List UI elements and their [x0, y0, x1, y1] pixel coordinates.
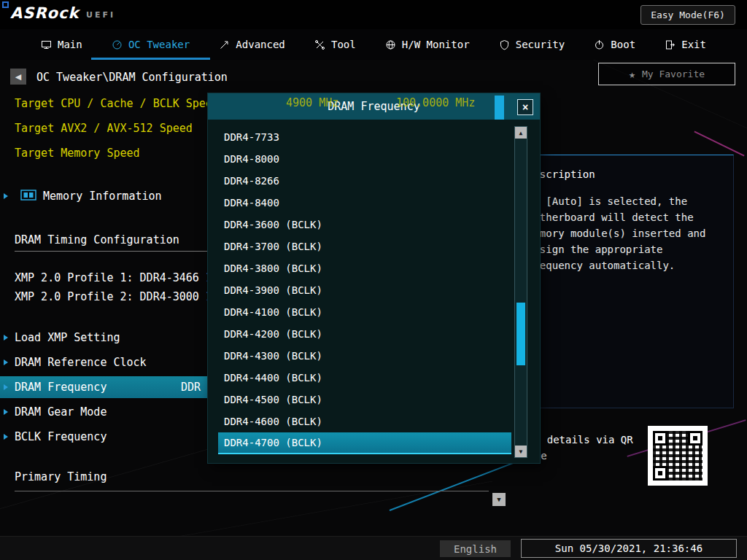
- target-memory-speed-row: Target Memory Speed: [15, 147, 140, 160]
- dialog-scrollbar-thumb[interactable]: [516, 303, 525, 365]
- dropdown-option[interactable]: DDR4-4500 (BCLK): [218, 389, 511, 411]
- dropdown-option-selected[interactable]: DDR4-4700 (BCLK): [218, 432, 511, 454]
- setting-bclk-frequency[interactable]: BCLK Frequency: [0, 426, 208, 448]
- datetime-display: Sun 05/30/2021, 21:36:46: [521, 539, 737, 558]
- item-marker-icon: [4, 384, 8, 390]
- setting-label: Load XMP Setting: [15, 331, 120, 344]
- memory-information-item[interactable]: Memory Information: [20, 188, 162, 204]
- qr-finder-icon: [653, 431, 667, 446]
- my-favorite-label: My Favorite: [642, 69, 705, 79]
- setting-dram-gear-mode[interactable]: DRAM Gear Mode: [0, 401, 208, 423]
- tab-exit[interactable]: Exit: [662, 29, 709, 60]
- tab-label: Main: [58, 39, 82, 50]
- target-avx-speed-row: Target AVX2 / AVX-512 Speed: [15, 122, 193, 135]
- scroll-up-button[interactable]: ▲: [515, 127, 527, 139]
- dropdown-option-list: DDR4-7733 DDR4-8000 DDR4-8266 DDR4-8400 …: [218, 126, 511, 454]
- dropdown-option[interactable]: DDR4-4600 (BCLK): [218, 411, 511, 432]
- dropdown-option[interactable]: DDR4-3700 (BCLK): [218, 236, 511, 257]
- back-button[interactable]: ◀: [10, 69, 26, 85]
- my-favorite-button[interactable]: ★ My Favorite: [598, 63, 735, 85]
- setting-dram-frequency[interactable]: DRAM Frequency DDR: [0, 376, 208, 398]
- titlebar: ASRock UEFI Easy Mode(F6): [0, 0, 747, 29]
- item-marker-icon: [4, 335, 8, 341]
- description-panel: Description If [Auto] is selected, the m…: [519, 155, 734, 408]
- tab-hw-monitor[interactable]: H/W Monitor: [382, 29, 473, 60]
- hw-monitor-icon: [385, 39, 396, 50]
- dropdown-option[interactable]: DDR4-3800 (BCLK): [218, 257, 511, 279]
- tab-label: Advanced: [236, 39, 285, 50]
- dropdown-option[interactable]: DDR4-3900 (BCLK): [218, 279, 511, 301]
- tab-tool[interactable]: Tool: [311, 29, 359, 60]
- item-marker-icon: [4, 193, 8, 199]
- settings-list: Load XMP Setting DRAM Reference Clock DR…: [0, 327, 208, 451]
- tab-boot[interactable]: Boot: [591, 29, 638, 60]
- advanced-icon: [219, 39, 230, 50]
- dialog-titlebar: DRAM Frequency ×: [208, 93, 540, 120]
- boot-icon: [594, 39, 605, 50]
- description-body: If [Auto] is selected, the motherboard w…: [527, 193, 724, 273]
- dropdown-option[interactable]: DDR4-4300 (BCLK): [218, 345, 511, 367]
- section-divider: [15, 491, 489, 491]
- dropdown-option[interactable]: DDR4-4200 (BCLK): [218, 323, 511, 345]
- star-icon: ★: [629, 68, 635, 81]
- tab-label: Exit: [681, 39, 706, 50]
- setting-label: DRAM Gear Mode: [15, 405, 107, 419]
- breadcrumb: OC Tweaker\DRAM Configuration: [36, 71, 228, 84]
- dram-frequency-value: DDR: [181, 381, 201, 394]
- uefi-logo-label: UEFI: [86, 10, 115, 20]
- memory-information-label: Memory Information: [43, 190, 162, 203]
- language-button[interactable]: English: [440, 540, 511, 557]
- close-icon[interactable]: ×: [517, 99, 533, 115]
- qr-pattern: [653, 431, 703, 481]
- setting-label: DRAM Frequency: [15, 381, 107, 394]
- bios-screen: ASRock UEFI Easy Mode(F6) Main OC Tweake…: [0, 0, 747, 560]
- item-marker-icon: [4, 409, 8, 415]
- tool-icon: [314, 39, 325, 50]
- setting-label: DRAM Reference Clock: [15, 356, 147, 369]
- tab-main[interactable]: Main: [38, 29, 85, 60]
- tab-label: Security: [516, 39, 565, 50]
- item-marker-icon: [4, 434, 8, 440]
- setting-label: BCLK Frequency: [15, 430, 107, 443]
- tab-label: Boot: [611, 39, 635, 50]
- easy-mode-button[interactable]: Easy Mode(F6): [640, 5, 735, 25]
- tab-label: H/W Monitor: [402, 39, 470, 50]
- dropdown-option[interactable]: DDR4-7733: [218, 126, 511, 148]
- dram-timing-header: DRAM Timing Configuration: [15, 233, 179, 246]
- setting-load-xmp[interactable]: Load XMP Setting: [0, 327, 208, 349]
- exit-icon: [665, 39, 676, 50]
- status-bar: English Sun 05/30/2021, 21:36:46: [0, 536, 747, 560]
- oc-tweaker-icon: [112, 39, 123, 50]
- tab-advanced[interactable]: Advanced: [216, 29, 287, 60]
- setting-dram-reference-clock[interactable]: DRAM Reference Clock: [0, 351, 208, 373]
- tab-oc-tweaker[interactable]: OC Tweaker: [109, 29, 193, 60]
- memory-info-icon: [20, 190, 36, 203]
- circuit-accent-line: [694, 131, 744, 156]
- item-marker-icon: [4, 359, 8, 365]
- qr-finder-icon: [688, 431, 703, 446]
- dropdown-option[interactable]: DDR4-8400: [218, 192, 511, 214]
- scroll-down-button[interactable]: ▼: [515, 446, 527, 457]
- target-cpu-speed-row: Target CPU / Cache / BCLK Speed: [15, 97, 219, 110]
- tab-label: OC Tweaker: [128, 39, 190, 50]
- dialog-scrollbar[interactable]: ▲ ▼: [514, 126, 527, 458]
- target-bclk-value: 100.0000 MHz: [396, 96, 475, 109]
- main-scrollbar-down-button[interactable]: ▼: [492, 493, 506, 506]
- dropdown-option[interactable]: DDR4-4100 (BCLK): [218, 301, 511, 323]
- dropdown-option[interactable]: DDR4-3600 (BCLK): [218, 214, 511, 236]
- main-scrollbar-thumb[interactable]: [495, 96, 504, 120]
- top-nav: Main OC Tweaker Advanced Tool H/W Monito…: [0, 29, 747, 60]
- dropdown-option[interactable]: DDR4-8000: [218, 148, 511, 170]
- primary-timing-header: Primary Timing: [15, 470, 107, 483]
- qr-finder-icon: [653, 466, 667, 481]
- tab-security[interactable]: Security: [496, 29, 568, 60]
- tab-label: Tool: [331, 39, 356, 50]
- security-icon: [499, 39, 510, 50]
- dram-frequency-dialog: DRAM Frequency × DDR4-7733 DDR4-8000 DDR…: [208, 93, 540, 463]
- window-corner-icon: [2, 1, 9, 8]
- xmp-profile-1: XMP 2.0 Profile 1: DDR4-3466 16-: [15, 271, 225, 284]
- description-title: Description: [527, 168, 724, 180]
- dropdown-option[interactable]: DDR4-4400 (BCLK): [218, 367, 511, 389]
- dropdown-option[interactable]: DDR4-8266: [218, 170, 511, 192]
- asrock-logo: ASRock: [10, 4, 79, 22]
